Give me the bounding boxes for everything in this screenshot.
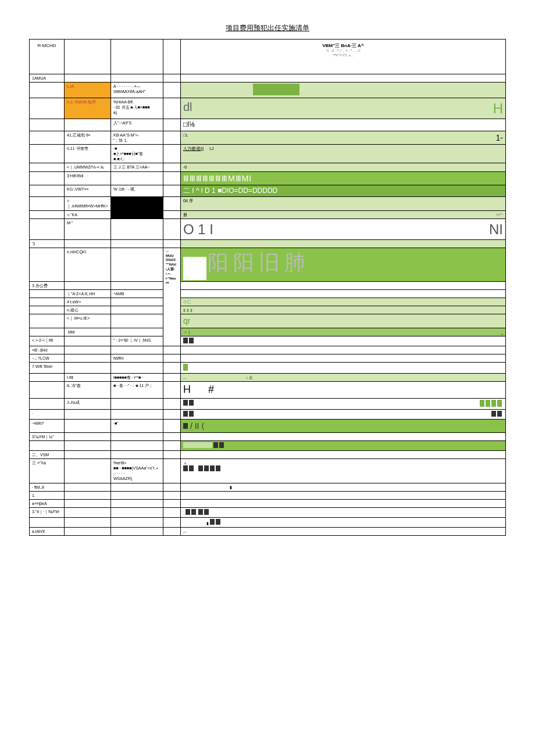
cell-c1-21: «B'-.B4d [30,346,65,354]
cell-c5-25: H # [181,382,506,398]
cell-c3-24: l■■■■■食 · i^*■ · [111,374,163,382]
cell-c5-13: 阳阳旧肺 [181,248,506,281]
cell-c4-8 [163,185,181,197]
cell-c5-16: 小匚 [181,298,506,306]
cell-c1-5 [30,145,65,163]
cell-c1-0: 1AMUA [30,74,65,83]
cell-c3-30 [111,441,163,451]
cell-c3-4: KB·AA"S·M"<- "；加 1。 [111,131,163,144]
cell-c5-29 [181,432,506,440]
cell-c1-24 [30,374,65,382]
cell-c1-38: a.lAlVE [30,528,65,536]
header-right: VBM"三 BnA·三 A^ "1 : 2 · '* / '、= ; *. ..… [181,40,506,74]
cell-c4-37 [163,517,181,527]
cell-c5-31 [181,451,506,459]
cell-c4-10 [163,210,181,218]
cell-c5-34 [181,491,506,499]
cell-c1-36: 3."4｜·｜f¾f"M· [30,507,65,517]
cell-c5-21 [181,346,506,354]
cell-c1-8 [30,185,65,197]
hdr-r2: "1 : 2 · '* / '、= ; *. ... C [184,49,502,53]
cell-c3-15: ^AMB [111,290,163,298]
cell-c2-33 [65,483,111,491]
cell-c2-31 [65,451,111,459]
cell-c3-10 [111,210,163,218]
cell-c1-10 [30,210,65,218]
cell-c5-10: 册 hl*^ [181,210,506,218]
cell-c1-11 [30,218,65,239]
cell-c4-1 [163,83,181,98]
cell-c5-6: -0 [181,163,506,171]
cell-c5-18: qr [181,314,506,328]
cell-c1-17 [30,306,65,314]
cell-c2-34 [65,491,111,499]
cell-c2-38 [65,528,111,536]
cell-c5-2: dlH [181,98,506,119]
cell-c3-31 [111,451,163,459]
cell-c2-10: >."KA [65,210,111,218]
cell-c5-11: O 1 INI [181,218,506,239]
cell-c3-32: %ert8> ■■ · ■■■■(VSAAa"<x"l. • ,· · · · … [111,459,163,483]
cell-c2-30 [65,441,111,451]
cell-c2-25: IL 冷"盘 [65,382,111,398]
cell-c4-7 [163,171,181,185]
cell-c1-33: · ftM.JI [30,483,65,491]
cell-c4-27 [163,409,181,419]
cell-c2-6: <｜.UMMWZl'½-«.¾ [65,163,111,171]
cell-c5-24: ... ↓ 止 [181,374,506,382]
cell-c2-7: 3·HtKtfidl [65,171,111,185]
cell-c5-0 [181,74,506,83]
cell-c5-30 [181,441,506,451]
cell-c3-29 [111,432,163,440]
cell-c5-4: □L1- [181,131,506,144]
cell-c3-35 [111,499,163,507]
cell-c2-22 [65,354,111,362]
cell-c3-0 [111,74,163,83]
cell-c5-23 [181,362,506,373]
cell-c2-26: J-J¾成 [65,398,111,409]
cell-c4-9 [163,197,181,210]
cell-c2-15: ｜"A·Z<A.lt;.HH [65,290,111,298]
cell-c2-8: KG:;VWT»» [65,185,111,197]
cell-c3-9 [111,197,163,210]
cell-c2-17: n.建心 [65,306,111,314]
cell-c3-5: ·■ ■上»*■■■日■"卷 ■.■人· [111,145,163,163]
cell-c4-12 [163,239,181,248]
cell-c3-18 [111,314,163,328]
cell-c5-1 [181,83,506,98]
cell-c4-29 [163,432,181,440]
cell-c4-28 [163,419,181,432]
header-col1: R·MCHD [30,40,65,74]
cell-c2-11: M·" [65,218,111,239]
cell-c2-5: n.11 书管查 [65,145,111,163]
doc-title: 项目费用预犯出任实施清单 [29,23,506,33]
cell-c5-17: ▮ ▮ ▮ [181,306,506,314]
cell-c1-31: 二、VSM [30,451,65,459]
cell-c4-35 [163,499,181,507]
cell-c2-24: I.ltlt [65,374,111,382]
cell-c3-19 [111,328,163,336]
cell-c1-18 [30,314,65,328]
cell-c2-4: 41.乙城旬 9» [65,131,111,144]
cell-c1-25 [30,382,65,398]
header-col4 [163,40,181,74]
cell-c3-1: A · · · · · · ·. «— SttMAAXtfA-aAH" [111,83,163,98]
cell-c1-3 [30,119,65,131]
cell-c5-28: / II ⟨ [181,419,506,432]
cell-c1-32: 三 »"Xa [30,459,65,483]
cell-c3-23 [111,362,163,373]
cell-c3-3: 入"·~A9"S [111,119,163,131]
cell-c1-23: 7.Wifi.'ltlxer [30,362,65,373]
cell-c4-38 [163,528,181,536]
cell-c4-31 [163,451,181,459]
cell-c3-11 [111,218,163,239]
cell-c2-27 [65,409,111,419]
cell-c1-34: 1. [30,491,65,499]
cell-c4-30 [163,441,181,451]
cell-c1-15 [30,290,65,298]
cell-c3-16 [111,298,163,306]
cell-c5-35 [181,499,506,507]
cell-c1-27: · [30,409,65,419]
cell-c1-29: S'¼XM｜¼" [30,432,65,440]
cell-c3-21 [111,346,163,354]
